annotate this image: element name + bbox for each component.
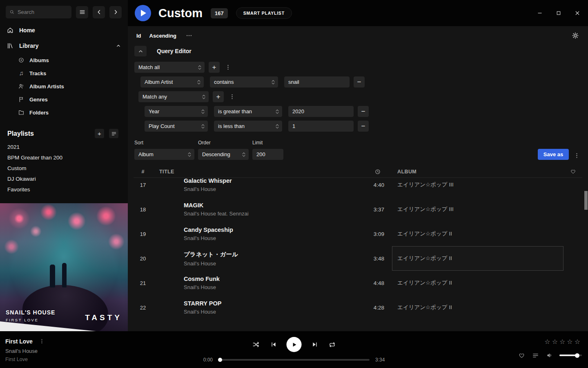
order-select[interactable]: Descending bbox=[198, 149, 249, 160]
favorite-button[interactable] bbox=[517, 351, 526, 360]
now-playing-options-button[interactable] bbox=[38, 337, 46, 345]
table-row[interactable]: 17 Galactic Whisper Snail's House 4:40 エ… bbox=[134, 178, 582, 197]
play-pause-button[interactable] bbox=[287, 337, 302, 352]
rule-operator-select[interactable]: is less than bbox=[214, 121, 282, 132]
app-window: Home Library Albums ♫ Tracks Album Artis… bbox=[0, 0, 588, 331]
track-artist[interactable]: Snail's House bbox=[184, 309, 359, 315]
now-playing-album-art[interactable]: SNAIL'S HOUSE FIRST LOVE TASTY bbox=[0, 203, 128, 331]
next-button[interactable] bbox=[310, 340, 319, 349]
rule-value-input[interactable] bbox=[284, 76, 350, 88]
track-album[interactable]: エイリアン☆ポップ III bbox=[392, 178, 564, 197]
add-rule-button[interactable]: + bbox=[209, 62, 220, 73]
sidebar-item-genres[interactable]: Genres bbox=[0, 93, 128, 106]
rule-operator-select[interactable]: is greater than bbox=[214, 106, 282, 117]
group-options-button[interactable] bbox=[224, 63, 232, 72]
track-album-focused-cell[interactable]: エイリアン☆ポップ II bbox=[392, 246, 564, 271]
track-album[interactable]: エイリアン☆ポップ III bbox=[392, 197, 564, 222]
play-playlist-button[interactable] bbox=[135, 5, 151, 21]
search-input[interactable] bbox=[18, 9, 68, 15]
track-album[interactable]: エイリアン☆ポップ II bbox=[392, 222, 564, 246]
close-button[interactable] bbox=[569, 7, 586, 20]
sidebar-item-library[interactable]: Library bbox=[0, 38, 128, 54]
column-title[interactable]: TITLE bbox=[152, 169, 363, 175]
sidebar-item-folders[interactable]: Folders bbox=[0, 106, 128, 119]
repeat-icon bbox=[329, 341, 336, 348]
sidebar-item-albums[interactable]: Albums bbox=[0, 54, 128, 67]
repeat-button[interactable] bbox=[328, 340, 337, 349]
rule-field-value: Year bbox=[149, 108, 159, 114]
rating-stars[interactable]: ☆☆☆☆☆ bbox=[544, 338, 582, 346]
sort-field-control[interactable]: Id bbox=[136, 33, 141, 39]
add-rule-button[interactable]: + bbox=[213, 91, 224, 102]
add-playlist-button[interactable]: + bbox=[95, 129, 104, 138]
album-art-label-logo: TASTY bbox=[85, 313, 122, 322]
column-favorite[interactable] bbox=[564, 168, 582, 175]
table-row[interactable]: 22 STARRY POP Snail's House 4:28 エイリアン☆ポ… bbox=[134, 295, 582, 320]
playlist-list-button[interactable] bbox=[109, 129, 118, 138]
now-playing-album[interactable]: First Love bbox=[5, 357, 46, 362]
match-type-select[interactable]: Match all bbox=[134, 62, 205, 73]
previous-button[interactable] bbox=[269, 340, 278, 349]
remove-rule-button[interactable]: − bbox=[358, 106, 369, 117]
sort-select[interactable]: Album bbox=[134, 149, 194, 160]
rule-field-select[interactable]: Album Artist bbox=[140, 76, 204, 88]
track-album[interactable]: エイリアン☆ポップ II bbox=[392, 295, 564, 320]
track-artist[interactable]: Snail's House feat. Sennzai bbox=[184, 211, 359, 217]
playlist-item[interactable]: 2021 bbox=[7, 144, 128, 150]
save-options-button[interactable] bbox=[572, 151, 581, 160]
seek-bar[interactable] bbox=[218, 359, 370, 361]
track-duration: 3:09 bbox=[363, 231, 392, 237]
table-row[interactable]: 18 MAGIK Snail's House feat. Sennzai 3:3… bbox=[134, 197, 582, 222]
maximize-button[interactable] bbox=[550, 7, 567, 20]
limit-input[interactable] bbox=[252, 149, 283, 160]
remove-rule-button[interactable]: − bbox=[354, 76, 365, 88]
rule-field-select[interactable]: Play Count bbox=[145, 121, 208, 132]
now-playing-artist[interactable]: Snail's House bbox=[5, 348, 46, 354]
rule-field-select[interactable]: Year bbox=[145, 106, 208, 117]
row-index: 18 bbox=[134, 206, 152, 213]
collapse-query-editor-button[interactable] bbox=[134, 46, 147, 56]
shuffle-button[interactable] bbox=[252, 340, 261, 349]
volume-knob[interactable] bbox=[575, 353, 579, 358]
mute-button[interactable] bbox=[545, 351, 554, 360]
rule-value-input[interactable] bbox=[288, 106, 354, 117]
remove-rule-button[interactable]: − bbox=[358, 121, 369, 132]
column-album[interactable]: ALBUM bbox=[392, 169, 564, 175]
track-album[interactable]: エイリアン☆ポップ II bbox=[392, 271, 564, 295]
table-row[interactable]: 21 Cosmo Funk Snail's House 4:48 エイリアン☆ポ… bbox=[134, 271, 582, 295]
now-playing-title[interactable]: First Love bbox=[5, 338, 33, 345]
more-options-button[interactable] bbox=[185, 31, 194, 40]
playlist-item[interactable]: Favorites bbox=[7, 186, 128, 193]
playlist-item[interactable]: DJ Okawari bbox=[7, 176, 128, 182]
track-artist[interactable]: Snail's House bbox=[184, 235, 359, 241]
playlist-item[interactable]: BPM Greater than 200 bbox=[7, 155, 128, 161]
nav-back-button[interactable] bbox=[93, 6, 105, 18]
table-row[interactable]: 19 Candy Spaceship Snail's House 3:09 エイ… bbox=[134, 222, 582, 246]
library-collapse-toggle[interactable] bbox=[116, 43, 121, 49]
match-type-select[interactable]: Match any bbox=[138, 91, 209, 102]
rule-value-input[interactable] bbox=[288, 121, 354, 132]
seek-knob[interactable] bbox=[218, 358, 222, 362]
group-options-button[interactable] bbox=[228, 92, 236, 101]
save-as-button[interactable]: Save as bbox=[538, 149, 569, 160]
sidebar-item-home[interactable]: Home bbox=[0, 22, 128, 38]
menu-button[interactable] bbox=[76, 6, 88, 18]
minimize-button[interactable] bbox=[532, 7, 548, 20]
track-artist[interactable]: Snail's House bbox=[184, 260, 359, 267]
scrollbar-thumb[interactable] bbox=[584, 191, 588, 210]
rule-operator-select[interactable]: contains bbox=[210, 76, 278, 88]
track-artist[interactable]: Snail's House bbox=[184, 186, 359, 192]
column-duration[interactable] bbox=[363, 168, 392, 175]
playlist-item[interactable]: Custom bbox=[7, 165, 128, 171]
sidebar-item-tracks[interactable]: ♫ Tracks bbox=[0, 67, 128, 80]
sidebar-item-album-artists[interactable]: Album Artists bbox=[0, 80, 128, 93]
table-row[interactable]: 20 プラネット・ガール Snail's House 3:48 エイリアン☆ポッ… bbox=[134, 246, 582, 271]
nav-forward-button[interactable] bbox=[109, 6, 122, 18]
sort-direction-control[interactable]: Ascending bbox=[149, 33, 176, 39]
volume-slider[interactable] bbox=[559, 355, 582, 356]
queue-button[interactable] bbox=[531, 351, 540, 360]
settings-button[interactable] bbox=[571, 31, 580, 40]
search-box[interactable] bbox=[6, 6, 71, 18]
track-artist[interactable]: Snail's House bbox=[184, 284, 359, 290]
column-index[interactable]: # bbox=[134, 169, 152, 175]
